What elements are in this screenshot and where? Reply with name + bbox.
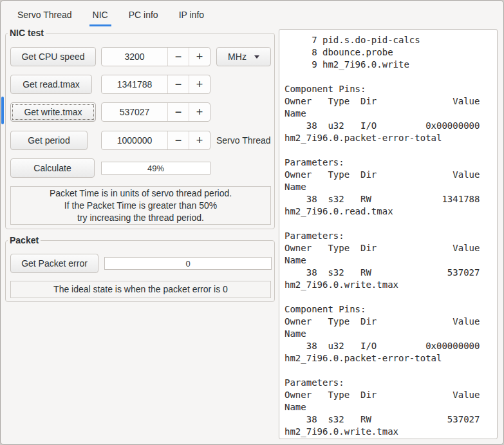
period-value[interactable]: 1000000 xyxy=(102,131,167,149)
hal-output-text: 7 pid.s.do-pid-calcs 8 dbounce.probe 9 h… xyxy=(285,34,497,438)
packet-error-note: The ideal state is when the packet error… xyxy=(10,281,271,298)
get-write-tmax-button[interactable]: Get write.tmax xyxy=(10,102,96,122)
packet-frame: Packet Get Packet error 0 The ideal stat… xyxy=(5,240,275,302)
mhz-unit-dropdown[interactable]: MHz xyxy=(216,47,271,66)
get-cpu-speed-button[interactable]: Get CPU speed xyxy=(10,47,96,66)
read-tmax-spinbox: 1341788 − + xyxy=(101,75,210,94)
tab-servo-thread[interactable]: Servo Thread xyxy=(7,1,82,28)
packet-frame-label: Packet xyxy=(8,235,41,246)
cpu-speed-increment-button[interactable]: + xyxy=(189,48,210,66)
get-packet-error-button[interactable]: Get Packet error xyxy=(10,254,98,273)
tab-ip-info[interactable]: IP info xyxy=(169,1,214,28)
write-tmax-increment-button[interactable]: + xyxy=(189,103,210,121)
tab-pc-info[interactable]: PC info xyxy=(118,1,169,28)
servo-thread-label: Servo Thread xyxy=(216,131,271,150)
tab-label: Servo Thread xyxy=(14,2,75,26)
period-decrement-button[interactable]: − xyxy=(167,131,189,149)
cpu-speed-spinbox: 3200 − + xyxy=(101,47,210,66)
tab-label: PC info xyxy=(126,2,162,26)
mhz-unit-label: MHz xyxy=(228,52,247,62)
write-tmax-value[interactable]: 537027 xyxy=(102,103,167,121)
read-tmax-decrement-button[interactable]: − xyxy=(167,75,189,93)
packet-error-field[interactable]: 0 xyxy=(104,257,272,270)
read-tmax-value[interactable]: 1341788 xyxy=(102,75,167,93)
calculate-button[interactable]: Calculate xyxy=(10,158,95,178)
period-increment-button[interactable]: + xyxy=(189,131,210,149)
packet-time-note: Packet Time is in units of servo thread … xyxy=(10,186,271,225)
tab-nic[interactable]: NIC xyxy=(82,1,118,28)
cpu-speed-decrement-button[interactable]: − xyxy=(167,48,189,66)
nic-test-frame-label: NIC test xyxy=(8,28,46,39)
left-blue-indicator xyxy=(1,97,4,124)
get-read-tmax-button[interactable]: Get read.tmax xyxy=(10,75,92,94)
write-tmax-decrement-button[interactable]: − xyxy=(167,103,189,121)
packet-time-progressbar: 49% xyxy=(101,162,210,175)
get-period-button[interactable]: Get period xyxy=(10,131,88,150)
read-tmax-increment-button[interactable]: + xyxy=(189,75,210,93)
chevron-down-icon xyxy=(254,55,259,59)
cpu-speed-value[interactable]: 3200 xyxy=(102,48,167,66)
write-tmax-spinbox: 537027 − + xyxy=(101,102,210,122)
tab-label: NIC xyxy=(89,2,111,26)
tab-bar: Servo Thread NIC PC info IP info xyxy=(1,1,503,28)
tab-label: IP info xyxy=(176,2,207,26)
period-spinbox: 1000000 − + xyxy=(101,131,210,150)
progress-label: 49% xyxy=(147,164,164,173)
app-window: Servo Thread NIC PC info IP info NIC tes… xyxy=(0,0,504,445)
nic-test-frame: NIC test Get CPU speed 3200 − + MHz Get … xyxy=(5,33,275,229)
hal-output-panel[interactable]: 7 pid.s.do-pid-calcs 8 dbounce.probe 9 h… xyxy=(279,29,498,439)
